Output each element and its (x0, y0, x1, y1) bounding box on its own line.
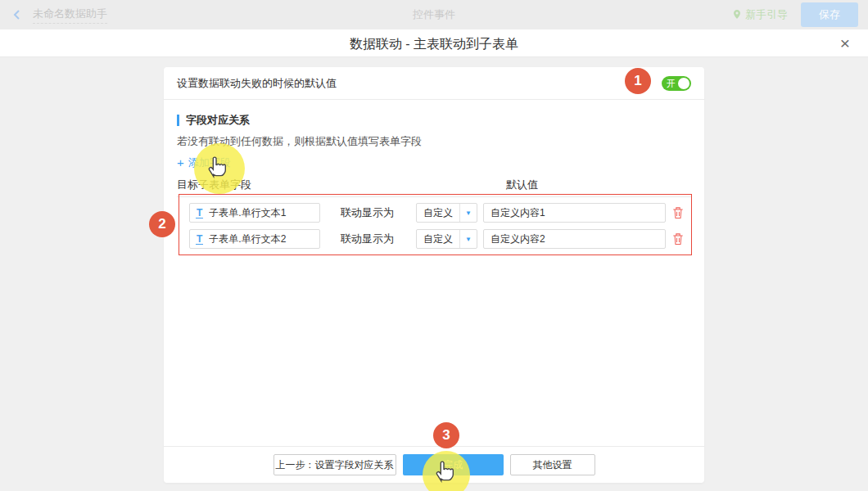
field-mapping-section: 字段对应关系 若没有联动到任何数据，则根据默认值填写表单字段 + 添加字段 目标… (164, 100, 704, 197)
location-pin-icon (732, 9, 742, 20)
default-value-input[interactable] (483, 229, 666, 249)
dialog-title: 数据联动 - 主表联动到子表单 (0, 36, 868, 53)
default-value-toggle[interactable]: 开 (662, 76, 691, 91)
toggle-on-label: 开 (667, 79, 676, 88)
chevron-down-icon: ▼ (465, 209, 472, 217)
other-settings-button[interactable]: 其他设置 (510, 454, 595, 475)
hand-cursor-finish (432, 458, 455, 486)
columns-header: 目标子表单字段 默认值 (177, 178, 691, 191)
default-value-setting-row: 设置数据联动失败的时候的默认值 开 (164, 67, 704, 100)
app-window: 未命名数据助手 控件事件 新手引导 保存 数据联动 - 主表联动到子表单 × 设… (0, 0, 868, 491)
delete-row-button[interactable] (672, 206, 684, 219)
text-field-icon: T (196, 208, 203, 218)
section-title: 字段对应关系 (177, 115, 691, 126)
relation-label: 联动显示为 (341, 205, 394, 220)
chevron-down-icon: ▼ (465, 236, 472, 243)
mode-selected-value: 自定义 (417, 232, 459, 246)
mapping-row: T 联动显示为 自定义 ▼ (189, 229, 691, 249)
mode-select[interactable]: 自定义 ▼ (416, 229, 477, 249)
dialog-header: 数据联动 - 主表联动到子表单 × (0, 29, 868, 57)
relation-label: 联动显示为 (341, 232, 394, 246)
dialog-body: 设置数据联动失败的时候的默认值 开 字段对应关系 若没有联动到任何数据，则根据默… (0, 57, 868, 491)
step-badge-2: 2 (149, 211, 175, 237)
mode-selected-value: 自定义 (417, 206, 459, 220)
trash-icon (672, 232, 684, 246)
topbar: 未命名数据助手 控件事件 新手引导 保存 (0, 0, 868, 29)
mapping-rows-group: T 联动显示为 自定义 ▼ (179, 194, 692, 255)
target-field-input[interactable] (209, 233, 305, 245)
toggle-knob (678, 78, 689, 89)
guide-label: 新手引导 (745, 7, 788, 22)
step-badge-1: 1 (625, 68, 651, 94)
save-button[interactable]: 保存 (801, 2, 858, 27)
select-caret-box: ▼ (459, 230, 477, 248)
hand-cursor-add-field (205, 154, 228, 182)
previous-step-button[interactable]: 上一步：设置字段对应关系 (274, 454, 396, 475)
trash-icon (672, 206, 684, 219)
default-value-setting-label: 设置数据联动失败的时候的默认值 (177, 76, 337, 91)
plus-icon: + (177, 157, 184, 169)
section-description: 若没有联动到任何数据，则根据默认值填写表单字段 (177, 134, 691, 149)
column-default-value: 默认值 (506, 178, 538, 192)
target-field-input-wrap: T (189, 229, 320, 249)
settings-panel: 设置数据联动失败的时候的默认值 开 字段对应关系 若没有联动到任何数据，则根据默… (164, 67, 704, 483)
mode-select[interactable]: 自定义 ▼ (416, 203, 477, 223)
target-field-input-wrap: T (189, 203, 320, 223)
default-value-input[interactable] (483, 203, 666, 223)
target-field-input[interactable] (209, 207, 305, 218)
guide-link[interactable]: 新手引导 (732, 7, 788, 22)
text-field-icon: T (196, 234, 203, 245)
delete-row-button[interactable] (672, 232, 684, 246)
select-caret-box: ▼ (459, 204, 477, 222)
close-icon[interactable]: × (840, 34, 850, 53)
step-badge-3: 3 (433, 422, 459, 448)
mapping-row: T 联动显示为 自定义 ▼ (189, 203, 691, 223)
